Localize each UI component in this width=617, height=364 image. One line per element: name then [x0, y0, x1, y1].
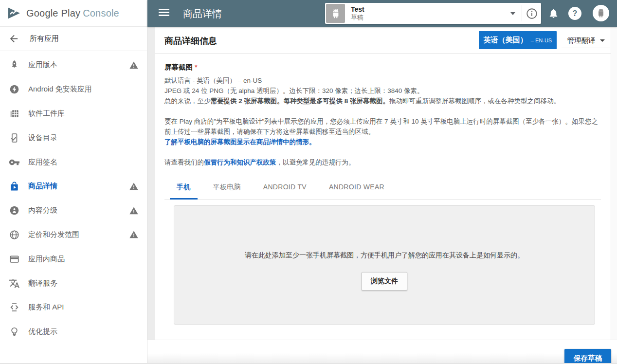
account-avatar[interactable] [593, 5, 609, 21]
format-requirements-line: JPEG 或 24 位 PNG（无 alpha 透明层）。边长下限：320 像素… [164, 86, 601, 96]
app-meta: Test 草稿 [351, 5, 364, 21]
scrollbar-track[interactable] [611, 27, 617, 364]
sidebar-item-label: 翻译服务 [28, 279, 139, 288]
impersonation-policy-link[interactable]: 假冒行为和知识产权政策 [204, 159, 276, 166]
android-app-icon [326, 4, 345, 23]
warning-icon [129, 182, 139, 191]
count-requirements-line: 总的来说，至少需要提供 2 张屏幕截图。每种类型最多可提供 8 张屏幕截图。拖动… [164, 96, 601, 106]
sidebar-item-store-listing[interactable]: 商品详情 [0, 174, 147, 199]
help-icon[interactable]: ? [568, 7, 581, 20]
sidebar-item-label: 优化提示 [28, 327, 139, 336]
sidebar-nav: 应用版本 Android 免安装应用 软件工件库 [0, 51, 147, 344]
count-bold-min: 需要提供 2 张屏幕截图。 [211, 97, 284, 105]
play-console-window: Google PlayConsole 所有应用 应用版本 [0, 0, 617, 364]
logo-part-google-play: Google Play [26, 8, 80, 18]
sidebar-item-app-signing[interactable]: 应用签名 [0, 150, 147, 174]
warning-icon [129, 60, 139, 70]
device-type-tabs: 手机 平板电脑 ANDROID TV ANDROID WEAR [164, 175, 601, 200]
language-label: 英语（美国） [484, 36, 527, 45]
tablet-requirements-paragraph: 要在 Play 商店的"为平板电脑设计"列表中展示您的应用，您必须上传应用在 7… [164, 116, 601, 137]
instant-apps-bolt-icon [8, 84, 20, 95]
back-arrow-icon [8, 33, 19, 44]
lightbulb-icon [8, 326, 20, 338]
chevron-down-icon[interactable] [510, 12, 515, 15]
chevron-down-icon [600, 39, 605, 42]
selector-divider [522, 5, 522, 21]
screenshot-dropzone[interactable]: 请在此处添加至少一张手机屏幕截图，方便手机用户了解您的应用在其设备上是如何显示的… [174, 205, 595, 325]
required-asterisk: * [195, 63, 198, 71]
credit-card-icon [8, 253, 20, 265]
browse-files-button[interactable]: 浏览文件 [362, 272, 407, 291]
play-console-logo-icon [6, 5, 22, 21]
device-catalog-icon [8, 132, 20, 144]
tab-tablet[interactable]: 平板电脑 [202, 175, 252, 199]
count-post: 拖动即可重新调整屏幕截图顺序，或在各种类型之间移动。 [389, 97, 560, 105]
logo-part-console: Console [83, 8, 119, 18]
language-selector-button[interactable]: 英语（美国） – EN-US [479, 31, 557, 49]
language-code: – EN-US [531, 37, 552, 43]
sidebar-item-content-rating[interactable]: 内容分级 [0, 199, 147, 223]
sidebar-item-label: 服务和 API [28, 303, 139, 312]
sidebar-item-label: 设备目录 [28, 133, 139, 143]
sidebar-item-translation-services[interactable]: 翻译服务 [0, 271, 147, 295]
sidebar-item-pricing-distribution[interactable]: 定价和分发范围 [0, 223, 147, 247]
page-title: 商品详细信息 [164, 35, 217, 47]
sidebar-item-label: 内容分级 [28, 206, 129, 215]
menu-icon[interactable] [159, 9, 169, 18]
warning-icon [129, 206, 139, 216]
screenshots-title: 屏幕截图* [164, 63, 601, 72]
sidebar-item-label: Android 免安装应用 [28, 85, 139, 94]
tablet-screenshots-link[interactable]: 了解平板电脑的屏幕截图显示在商品详情中的情形。 [164, 138, 316, 146]
translate-icon [8, 277, 20, 289]
sidebar-item-all-apps[interactable]: 所有应用 [0, 27, 147, 51]
logo-text: Google PlayConsole [26, 8, 119, 19]
count-pre: 总的来说，至少 [164, 97, 211, 105]
tab-phone[interactable]: 手机 [165, 175, 202, 199]
dropzone-hint-text: 请在此处添加至少一张手机屏幕截图，方便手机用户了解您的应用在其设备上是如何显示的… [174, 206, 595, 260]
app-status-draft: 草稿 [351, 14, 364, 21]
sidebar-item-in-app-products[interactable]: 应用内商品 [0, 247, 147, 271]
sidebar-item-services-apis[interactable]: 服务和 API [0, 295, 147, 320]
sidebar-item-optimization-tips[interactable]: 优化提示 [0, 320, 147, 344]
warning-icon [129, 230, 139, 239]
policy-paragraph: 请查看我们的假冒行为和知识产权政策，以避免常见的违规行为。 [164, 157, 601, 167]
store-listing-card: 商品详细信息 英语（美国） – EN-US 管理翻译 屏幕截图* 默认语言 - … [155, 27, 611, 340]
sidebar-item-label: 应用签名 [28, 158, 139, 167]
tablet-link-line: 了解平板电脑的屏幕截图显示在商品详情中的情形。 [164, 137, 601, 147]
sidebar-item-label: 应用版本 [28, 60, 129, 70]
manage-translations-button[interactable]: 管理翻译 [562, 33, 610, 48]
screenshots-title-text: 屏幕截图 [164, 63, 193, 71]
content-rating-icon [8, 205, 20, 217]
default-language-line: 默认语言 - 英语（美国） – en-US [164, 75, 601, 86]
code-brackets-icon [8, 302, 20, 313]
tab-android-wear[interactable]: ANDROID WEAR [318, 175, 396, 199]
globe-icon [8, 229, 20, 240]
screenshots-section: 屏幕截图* 默认语言 - 英语（美国） – en-US JPEG 或 24 位 … [155, 54, 611, 325]
action-footer: 保存草稿 [147, 340, 617, 364]
sidebar-item-label: 应用内商品 [28, 255, 139, 264]
sidebar-item-app-releases[interactable]: 应用版本 [0, 53, 147, 77]
app-name: Test [351, 5, 364, 14]
notifications-bell-icon[interactable] [548, 8, 559, 19]
card-header: 商品详细信息 英语（美国） – EN-US 管理翻译 [155, 27, 611, 54]
logo[interactable]: Google PlayConsole [0, 0, 147, 27]
manage-translations-label: 管理翻译 [567, 36, 596, 45]
sidebar-item-device-catalog[interactable]: 设备目录 [0, 126, 147, 150]
info-icon[interactable] [526, 7, 538, 20]
back-label: 所有应用 [30, 34, 59, 43]
store-listing-bag-icon [8, 181, 20, 192]
save-draft-button[interactable]: 保存草稿 [564, 349, 611, 364]
policy-pre: 请查看我们的 [164, 159, 204, 166]
sidebar-item-instant-apps[interactable]: Android 免安装应用 [0, 77, 147, 102]
sidebar-item-label: 软件工件库 [28, 109, 139, 118]
tab-android-tv[interactable]: ANDROID TV [252, 175, 318, 199]
main-content: 商品详细信息 英语（美国） – EN-US 管理翻译 屏幕截图* 默认语言 - … [147, 27, 617, 364]
sidebar-item-artifact-library[interactable]: 软件工件库 [0, 102, 147, 126]
appbar-title: 商品详情 [183, 7, 222, 20]
top-app-bar: 商品详情 Test 草稿 ? [147, 0, 617, 27]
key-icon [8, 156, 20, 168]
sidebar-item-label: 定价和分发范围 [28, 230, 129, 239]
app-selector-dropdown[interactable]: Test 草稿 [325, 3, 541, 24]
policy-post: ，以避免常见的违规行为。 [276, 159, 355, 166]
count-bold-max: 每种类型最多可提供 8 张屏幕截图。 [284, 97, 390, 105]
